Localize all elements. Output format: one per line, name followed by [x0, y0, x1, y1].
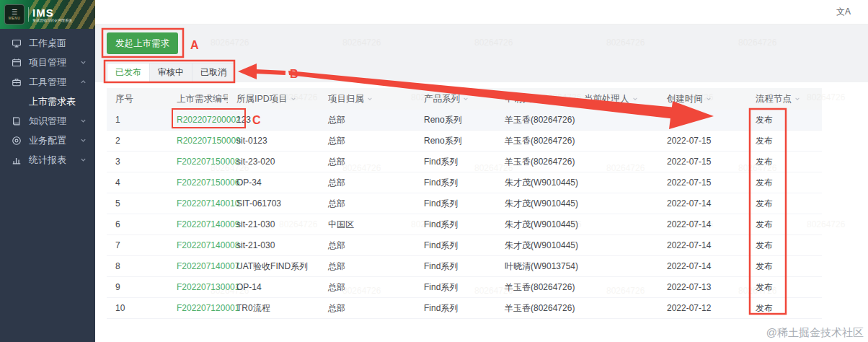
cell-project: 123 [228, 110, 319, 131]
tools-icon [12, 76, 22, 87]
cell-seq: 9 [107, 277, 168, 298]
sidebar-subitem-label: 上市需求表 [29, 95, 76, 108]
column-header-label: 序号 [115, 93, 133, 105]
column-header-label: 项目归属 [328, 93, 364, 105]
app-subtitle: 集成营销与转化管理系统 [32, 18, 72, 22]
request-id-link[interactable]: F202207140010 [177, 198, 239, 209]
cell-created: 2022-07-15 [658, 131, 747, 152]
column-header-5[interactable]: 产品系列 [415, 88, 496, 110]
cell-node: 发布 [747, 256, 822, 277]
cell-seq: 10 [107, 298, 168, 319]
sidebar-item-label: 统计报表 [29, 154, 66, 167]
cell-handler [575, 298, 658, 319]
cell-org: 总部 [319, 298, 415, 319]
tab-3[interactable]: 已取消 [192, 63, 234, 82]
cell-created: 2022-07-14 [658, 193, 747, 214]
listing-request-table: 序号上市需求编号所属IPD项目项目归属产品系列申请人当前处理人创建时间流程节点 … [107, 88, 822, 319]
cell-seq: 2 [107, 131, 168, 152]
cell-seq: 6 [107, 214, 168, 235]
cell-project: sit-21-030 [228, 235, 319, 256]
cell-org: 总部 [319, 256, 415, 277]
column-header-4[interactable]: 项目归属 [319, 88, 415, 110]
project-icon [12, 57, 22, 68]
cell-node: 发布 [747, 235, 822, 256]
hamburger-icon: ☰ [12, 9, 17, 16]
filter-chevron-icon[interactable] [794, 96, 800, 102]
filter-chevron-icon[interactable] [291, 96, 296, 102]
content: 发起上市需求 已发布审核中已取消 序号上市需求编号所属IPD项目项目归属产品系列… [95, 25, 868, 326]
column-header-2[interactable]: 上市需求编号 [168, 88, 228, 110]
cell-project: sit-21-030 [228, 214, 319, 235]
create-listing-request-button[interactable]: 发起上市需求 [107, 32, 178, 54]
cell-project: OP-34 [228, 172, 319, 193]
column-header-label: 上市需求编号 [177, 93, 228, 105]
table-row: 3F202207150008sit-23-020总部Find系列羊玉香(8026… [107, 152, 822, 172]
request-id-link[interactable]: F202207150008 [177, 157, 239, 167]
filter-chevron-icon[interactable] [706, 96, 712, 102]
cell-applicant: 羊玉香(80264726) [496, 131, 575, 152]
request-id-link[interactable]: F202207120001 [177, 303, 239, 313]
table-row: 2R202207150009sit-0123总部Reno系列羊玉香(802647… [107, 131, 822, 152]
request-id-link[interactable]: F202207150006 [177, 177, 239, 188]
cell-handler [575, 110, 658, 131]
cell-created: 2022-07-13 [658, 277, 747, 298]
column-header-9[interactable]: 流程节点 [747, 88, 822, 110]
cell-applicant: 朱才茂(W9010445) [496, 172, 575, 193]
cell-node: 发布 [747, 152, 822, 172]
menu-icon[interactable]: ☰ MENU [4, 4, 25, 25]
sidebar-item-5[interactable]: 业务配置 [0, 131, 95, 150]
tab-1[interactable]: 已发布 [107, 63, 150, 82]
cell-id: F202207150008 [168, 152, 228, 172]
cell-seq: 8 [107, 256, 168, 277]
sidebar-item-6[interactable]: 统计报表 [0, 150, 95, 170]
tab-2[interactable]: 审核中 [150, 63, 192, 82]
request-id-link[interactable]: R202207150009 [177, 136, 241, 146]
cell-series: Find系列 [415, 152, 496, 172]
column-header-3[interactable]: 所属IPD项目 [228, 88, 319, 110]
sidebar-nav: 工作桌面项目管理工具管理上市需求表知识管理业务配置统计报表 [0, 29, 95, 170]
sidebar-item-label: 业务配置 [29, 134, 66, 147]
filter-chevron-icon[interactable] [367, 96, 373, 102]
chevron-down-icon [80, 59, 87, 66]
request-id-link[interactable]: F202207140008 [177, 240, 239, 250]
cell-handler [575, 172, 658, 193]
filter-chevron-icon[interactable] [632, 96, 638, 102]
sidebar-item-2[interactable]: 项目管理 [0, 53, 95, 72]
cell-handler [575, 131, 658, 152]
cell-seq: 1 [107, 110, 168, 131]
column-header-8[interactable]: 创建时间 [658, 88, 747, 110]
request-id-link[interactable]: F202207140009 [177, 219, 239, 229]
filter-chevron-icon[interactable] [463, 96, 469, 102]
cell-project: sit-23-020 [228, 152, 319, 172]
cell-node: 发布 [747, 193, 822, 214]
cell-applicant: 朱才茂(W9010445) [496, 235, 575, 256]
cell-id: F202207150006 [168, 172, 228, 193]
cell-created: 2022-07-14 [658, 214, 747, 235]
column-header-7[interactable]: 当前处理人 [575, 88, 658, 110]
cell-org: 总部 [319, 235, 415, 256]
cell-node: 发布 [747, 214, 822, 235]
cell-series: Reno系列 [415, 131, 496, 152]
cell-org: 总部 [319, 172, 415, 193]
language-switch-icon[interactable]: 文A [836, 6, 851, 18]
cell-handler [575, 235, 658, 256]
cell-seq: 5 [107, 193, 168, 214]
cell-id: F202207120001 [168, 298, 228, 319]
sidebar-item-label: 工具管理 [29, 76, 66, 89]
sidebar-item-1[interactable]: 工作桌面 [0, 33, 95, 53]
sidebar-item-3[interactable]: 工具管理 [0, 72, 95, 92]
table-row: 10F202207120001TR0流程总部Find系列羊玉香(80264726… [107, 298, 822, 319]
cell-node: 发布 [747, 298, 822, 319]
cell-org: 中国区 [319, 214, 415, 235]
table-row: 8F202207140007UAT验收FIND系列总部Find系列叶晓清(W90… [107, 256, 822, 277]
table-row: 1R202207200002123总部Reno系列羊玉香(80264726)发布 [107, 110, 822, 131]
request-id-link[interactable]: R202207200002 [177, 115, 241, 125]
column-header-6[interactable]: 申请人 [496, 88, 575, 110]
request-id-link[interactable]: F202207140007 [177, 261, 239, 271]
main-area: 文A 发起上市需求 已发布审核中已取消 序号上市需求编号所属IPD项目项目归属产… [95, 0, 868, 342]
cell-applicant: 羊玉香(80264726) [496, 110, 575, 131]
sidebar-subitem-listing-request[interactable]: 上市需求表 [0, 92, 95, 111]
sidebar-item-4[interactable]: 知识管理 [0, 111, 95, 131]
filter-chevron-icon[interactable] [535, 96, 541, 102]
request-id-link[interactable]: F202207130001 [177, 282, 239, 292]
